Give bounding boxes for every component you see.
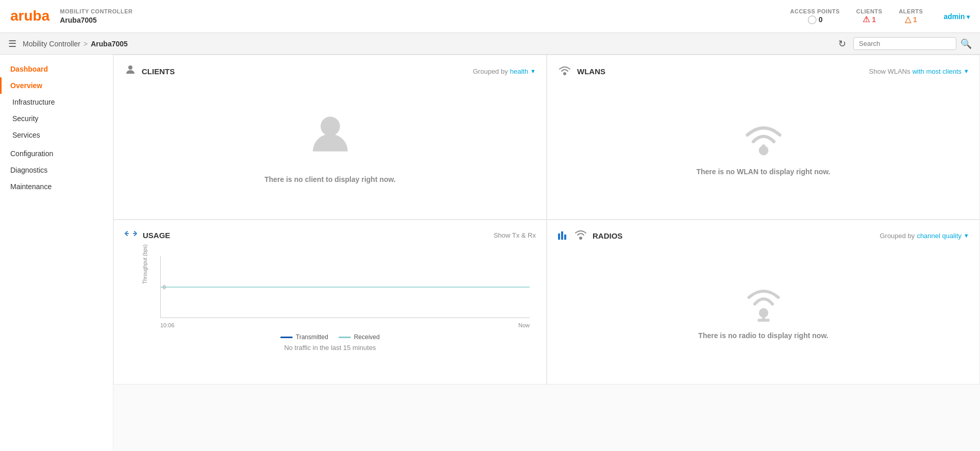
radios-chevron-icon[interactable]: ▼ <box>964 232 969 239</box>
radios-empty: There is no radio to display right now. <box>557 249 969 373</box>
content-area: CLIENTS Grouped by health ▼ There is no … <box>113 55 980 451</box>
sidebar-item-dashboard[interactable]: Dashboard <box>0 61 113 77</box>
clients-alert-count: 1 <box>872 15 876 24</box>
alerts-value: △ 1 <box>899 14 923 24</box>
top-header: aruba MOBILITY CONTROLLER Aruba7005 ACCE… <box>0 0 980 33</box>
clients-value: ⚠ 1 <box>856 14 883 24</box>
wlans-subtitle: Show WLANs with most clients ▼ <box>869 68 969 75</box>
ap-label: ACCESS POINTS <box>790 8 840 14</box>
svg-point-0 <box>128 65 132 70</box>
chart-x-start: 10:06 <box>160 322 175 328</box>
radios-subtitle: Grouped by channel quality ▼ <box>880 232 969 240</box>
stat-access-points: ACCESS POINTS ◯ 0 <box>790 8 840 24</box>
clients-empty: There is no client to display right now. <box>124 85 536 209</box>
sidebar-item-maintenance[interactable]: Maintenance <box>0 178 113 195</box>
stat-clients: CLIENTS ⚠ 1 <box>856 8 883 24</box>
ap-count: 0 <box>819 15 823 24</box>
radios-widget-header: RADIOS Grouped by channel quality ▼ <box>557 228 969 243</box>
alerts-count: 1 <box>913 15 917 24</box>
wlans-show-label: Show WLANs <box>869 68 910 75</box>
radios-link[interactable]: channel quality <box>917 232 961 240</box>
no-traffic-text: No traffic in the last 15 minutes <box>124 344 536 352</box>
refresh-icon[interactable]: ↻ <box>838 38 846 49</box>
legend-transmitted: Transmitted <box>280 333 328 341</box>
svg-rect-7 <box>558 233 560 240</box>
received-label: Received <box>354 333 380 341</box>
wlans-link[interactable]: with most clients <box>913 68 961 75</box>
wlans-widget-header: WLANS Show WLANs with most clients ▼ <box>557 63 969 79</box>
search-button[interactable]: 🔍 <box>960 38 972 49</box>
device-name: Aruba7005 <box>60 15 132 25</box>
clients-widget-header: CLIENTS Grouped by health ▼ <box>124 63 536 79</box>
breadcrumb: Mobility Controller > Aruba7005 <box>23 40 128 48</box>
sidebar-section-config: Configuration Diagnostics Maintenance <box>0 145 113 195</box>
sidebar-item-services[interactable]: Services <box>0 127 113 143</box>
wlans-empty: There is no WLAN to display right now. <box>557 85 969 209</box>
wlans-icon <box>557 63 572 79</box>
logo: aruba <box>10 8 49 24</box>
main-layout: Dashboard Overview Infrastructure Securi… <box>0 55 980 451</box>
nav-stats: ACCESS POINTS ◯ 0 CLIENTS ⚠ 1 ALERTS △ 1 <box>790 8 923 24</box>
wlans-widget: WLANS Show WLANs with most clients ▼ <box>547 55 980 220</box>
transmitted-label: Transmitted <box>296 333 328 341</box>
clients-grouped-label: Grouped by <box>473 68 508 75</box>
chart-zero: 0 <box>163 284 166 290</box>
radios-empty-text: There is no radio to display right now. <box>698 331 828 340</box>
sidebar-item-diagnostics[interactable]: Diagnostics <box>0 162 113 178</box>
device-section-label: MOBILITY CONTROLLER <box>60 8 132 15</box>
usage-subtitle: Show Tx & Rx <box>494 231 536 239</box>
clients-label: CLIENTS <box>856 8 883 14</box>
usage-widget-header: USAGE Show Tx & Rx <box>124 228 536 242</box>
clients-empty-icon <box>307 111 353 167</box>
admin-button[interactable]: admin <box>943 12 970 21</box>
alerts-label: ALERTS <box>899 8 923 14</box>
clients-warn-icon: ⚠ <box>863 14 870 24</box>
sidebar-item-configuration[interactable]: Configuration <box>0 145 113 162</box>
radios-wifi-icon <box>574 228 587 243</box>
wlans-chevron-icon[interactable]: ▼ <box>964 68 969 74</box>
usage-icon <box>124 228 138 242</box>
chart-container: 0 <box>160 256 530 318</box>
received-line <box>339 337 351 338</box>
clients-empty-text: There is no client to display right now. <box>264 175 396 183</box>
ap-ok-icon: ◯ <box>807 14 817 24</box>
clients-subtitle: Grouped by health ▼ <box>473 68 536 75</box>
wlans-empty-text: There is no WLAN to display right now. <box>696 168 830 176</box>
clients-title: CLIENTS <box>142 67 175 76</box>
svg-point-10 <box>580 237 582 239</box>
ap-value: ◯ 0 <box>790 14 840 24</box>
dashboard-grid: CLIENTS Grouped by health ▼ There is no … <box>113 55 980 385</box>
y-axis-label: Throughput (bps) <box>142 244 148 284</box>
radios-bar-icon <box>557 229 569 242</box>
clients-chevron-icon[interactable]: ▼ <box>530 68 536 74</box>
bc-separator: > <box>83 40 88 48</box>
sidebar-item-infrastructure[interactable]: Infrastructure <box>0 94 113 110</box>
breadcrumb-bar: ☰ Mobility Controller > Aruba7005 ↻ 🔍 <box>0 33 980 55</box>
chart-svg <box>161 256 530 318</box>
wlans-empty-icon <box>743 118 784 159</box>
svg-rect-9 <box>564 235 566 240</box>
radios-title: RADIOS <box>593 231 622 240</box>
clients-group-link[interactable]: health <box>510 68 528 75</box>
hamburger-icon[interactable]: ☰ <box>8 38 16 49</box>
usage-title: USAGE <box>143 231 170 240</box>
sidebar-item-overview[interactable]: Overview <box>0 77 113 94</box>
search-area: ↻ 🔍 <box>838 37 972 50</box>
usage-chart-area: Throughput (bps) 0 10:06 Now <box>124 248 536 356</box>
sidebar-item-security[interactable]: Security <box>0 110 113 127</box>
chart-x-end: Now <box>518 322 530 328</box>
transmitted-line <box>280 337 293 338</box>
radios-empty-icon <box>743 282 784 323</box>
wlans-title: WLANS <box>577 67 605 76</box>
legend-received: Received <box>339 333 380 341</box>
chart-x-labels: 10:06 Now <box>160 322 530 328</box>
logo-area: aruba MOBILITY CONTROLLER Aruba7005 <box>10 8 133 24</box>
svg-point-2 <box>564 73 566 75</box>
search-input[interactable] <box>853 37 956 50</box>
bc-root[interactable]: Mobility Controller <box>23 40 80 48</box>
usage-widget: USAGE Show Tx & Rx Throughput (bps) 0 <box>113 220 547 385</box>
clients-widget: CLIENTS Grouped by health ▼ There is no … <box>113 55 547 220</box>
radios-grouped-label: Grouped by <box>880 232 915 240</box>
usage-show-label: Show Tx & Rx <box>494 231 536 239</box>
radios-widget: RADIOS Grouped by channel quality ▼ <box>547 220 980 385</box>
